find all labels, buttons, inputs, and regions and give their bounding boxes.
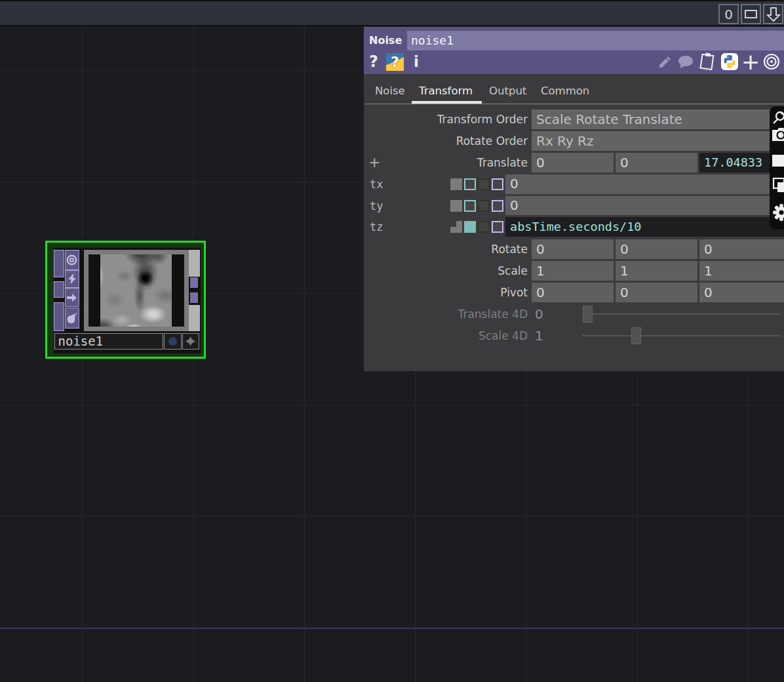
frame-count-button[interactable]: 0	[718, 4, 739, 24]
pivot-z-field[interactable]: 0	[699, 283, 784, 302]
tz-mode-bind[interactable]	[492, 221, 503, 233]
node-name-field[interactable]: noise1	[54, 333, 163, 350]
noise-thumbnail	[100, 254, 172, 327]
pivot-x-field[interactable]: 0	[532, 283, 614, 302]
clipboard-icon	[699, 52, 716, 71]
node-bypass-flag[interactable]	[65, 288, 80, 307]
tab-common[interactable]: Common	[541, 85, 589, 97]
scale-label: Scale	[364, 261, 528, 281]
swatch-button[interactable]	[770, 154, 784, 167]
bomb-icon	[66, 312, 77, 324]
translate4d-label: Translate 4D	[364, 304, 528, 324]
translate-x-field[interactable]: 0	[532, 153, 614, 172]
translate4d-slider-handle[interactable]	[583, 306, 593, 323]
scale4d-value: 1	[535, 326, 543, 346]
tab-noise[interactable]: Noise	[375, 85, 405, 97]
tz-label: tz	[370, 217, 383, 237]
scale-y-field[interactable]: 1	[616, 261, 697, 281]
tz-mode-expression[interactable]	[464, 221, 476, 233]
tx-mode-constant[interactable]	[450, 178, 462, 190]
scale4d-slider-handle[interactable]	[631, 327, 641, 344]
help-button[interactable]: ?	[366, 52, 381, 71]
dock-button[interactable]	[763, 4, 783, 24]
tz-mode-export[interactable]	[478, 221, 490, 233]
down-arrow-icon	[766, 7, 781, 22]
tx-mode-bind[interactable]	[492, 178, 503, 190]
ty-value-field[interactable]: 0	[505, 196, 784, 216]
node-noise1[interactable]: noise1	[45, 241, 206, 359]
pivot-label: Pivot	[364, 283, 528, 302]
rotate-y-field[interactable]: 0	[616, 239, 697, 259]
python-help-button[interactable]: ?	[386, 53, 404, 71]
scale-x-field[interactable]: 1	[532, 261, 614, 281]
op-name-field[interactable]: noise1	[407, 31, 784, 50]
node-left-segment-1[interactable]	[54, 250, 64, 277]
tab-transform[interactable]: Transform	[419, 85, 473, 97]
tz-mode-constant[interactable]	[450, 221, 462, 233]
ty-mode-bind[interactable]	[492, 200, 503, 212]
node-viewer-flag[interactable]	[65, 250, 80, 270]
comment-button[interactable]	[676, 53, 695, 71]
rotate-z-field[interactable]: 0	[699, 239, 784, 259]
snapshot-button[interactable]	[770, 127, 784, 142]
reset-parameters-button[interactable]	[762, 52, 780, 70]
node-preview[interactable]	[84, 250, 189, 331]
ty-mode-expression[interactable]	[464, 200, 476, 212]
rotate-order-menu[interactable]: Rx Ry Rz	[532, 131, 784, 151]
tx-mode-export[interactable]	[478, 178, 490, 190]
node-body: noise1	[54, 248, 201, 353]
node-comment-cell[interactable]	[182, 333, 200, 350]
camera-icon	[772, 127, 784, 141]
node-color-cell[interactable]	[164, 333, 182, 350]
ty-mode-export[interactable]	[478, 200, 490, 212]
network-origin-line	[0, 628, 784, 629]
viewer-window-button[interactable]	[741, 4, 761, 24]
parameter-tabs: Noise Transform Output Common	[364, 74, 784, 104]
scale-z-field[interactable]: 1	[699, 261, 784, 281]
copy-parameters-button[interactable]	[698, 52, 716, 71]
node-left-segment-2[interactable]	[54, 281, 64, 298]
rotate-x-field[interactable]: 0	[532, 239, 614, 259]
node-lock-flag[interactable]	[65, 308, 80, 329]
translate-label: Translate	[364, 153, 528, 172]
node-color-dot	[168, 337, 177, 346]
node-output-connector-1[interactable]	[190, 277, 199, 289]
lightning-icon	[67, 273, 77, 285]
add-parameter-page-button[interactable]: +	[741, 52, 760, 71]
pin-button[interactable]	[770, 110, 784, 125]
transform-order-label: Transform Order	[364, 110, 528, 129]
info-button[interactable]: i	[410, 52, 423, 71]
node-left-segment-3[interactable]	[54, 302, 64, 331]
viewer-flag-icon	[66, 254, 77, 266]
tz-expression-field[interactable]: absTime.seconds/10	[505, 217, 784, 237]
scale4d-label: Scale 4D	[364, 326, 528, 346]
python-language-button[interactable]	[720, 52, 738, 70]
parameter-header: Noise noise1 ? ? i	[364, 27, 784, 74]
frame-count-value: 0	[724, 7, 733, 22]
tx-value-field[interactable]: 0	[505, 174, 784, 194]
star-icon	[185, 336, 196, 347]
pivot-y-field[interactable]: 0	[616, 283, 697, 302]
layers-icon	[772, 177, 784, 193]
settings-button[interactable]	[770, 203, 784, 222]
parameter-dialog: Noise noise1 ? ? i	[364, 27, 784, 371]
translate4d-slider-track	[582, 313, 781, 315]
pencil-icon	[657, 55, 672, 70]
tx-label: tx	[370, 174, 383, 194]
node-output-connector-2[interactable]	[190, 292, 199, 304]
node-cook-flag[interactable]	[65, 270, 80, 289]
translate-y-field[interactable]: 0	[616, 153, 697, 172]
timeline-bar: 0	[0, 0, 784, 26]
speech-bubble-icon	[677, 55, 694, 70]
rotate-order-label: Rotate Order	[364, 131, 528, 151]
ty-mode-constant[interactable]	[450, 200, 462, 212]
transform-order-menu[interactable]: Scale Rotate Translate	[532, 110, 784, 129]
rotate-label: Rotate	[364, 239, 528, 259]
tab-output[interactable]: Output	[489, 85, 526, 97]
side-toolbar	[770, 106, 784, 230]
tx-mode-expression[interactable]	[464, 178, 476, 190]
square-icon	[772, 155, 784, 167]
edit-comment-button[interactable]	[656, 53, 673, 71]
copy-stack-button[interactable]	[770, 177, 784, 194]
python-icon	[721, 53, 738, 70]
